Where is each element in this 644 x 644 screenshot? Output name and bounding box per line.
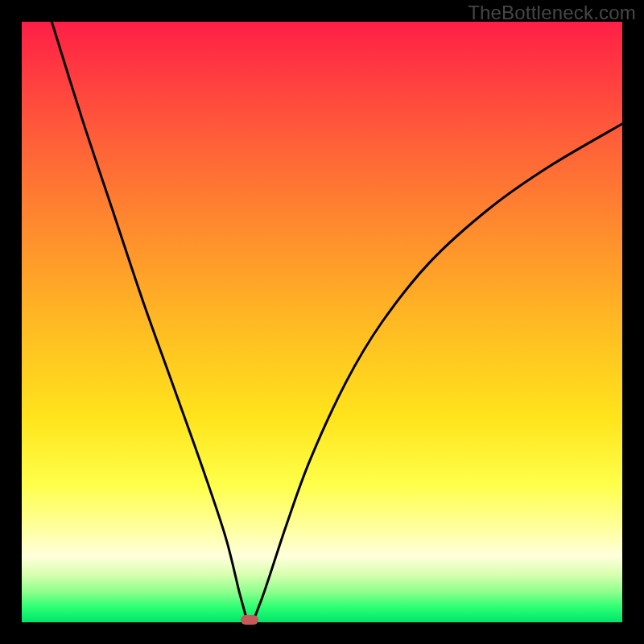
watermark-text: TheBottleneck.com — [468, 2, 636, 24]
bottleneck-curve-path — [52, 22, 622, 622]
curve-svg — [22, 22, 622, 622]
minimum-marker — [241, 615, 258, 625]
chart-frame: TheBottleneck.com — [0, 0, 644, 644]
plot-area — [22, 22, 622, 622]
